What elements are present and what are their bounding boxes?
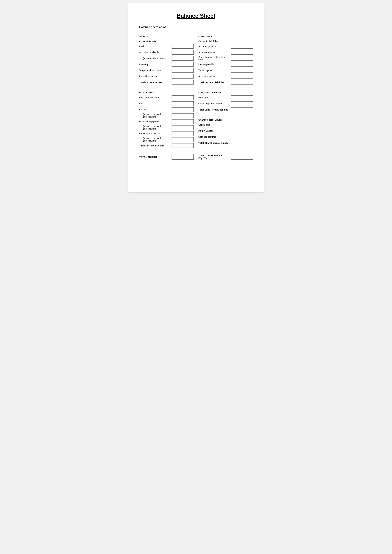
buildings-row: Buildings [139,107,194,112]
prepaid-expenses-label: Prepaid expenses [139,75,172,77]
other-longterm-row: Other long-term liabilities [198,101,253,106]
total-assets-label: TOTAL ASSETS [139,156,172,158]
page-title: Balance Sheet [139,13,253,19]
other-longterm-input[interactable] [231,101,253,106]
equity-header: Shareholders' Equity [198,118,253,121]
total-assets-row: TOTAL ASSETS [139,154,194,160]
furniture-fixtures-label: Furniture and fixtures [139,132,172,135]
current-portion-longterm-input[interactable] [231,56,253,61]
accounts-payable-row: Accounts payable [198,44,253,49]
temporary-investment-row: Temporary investment [139,68,194,73]
total-current-liabilities-input[interactable] [231,80,253,84]
assets-column: ASSETS Current Assets Cash Accounts rece… [139,35,197,149]
temporary-investment-input[interactable] [172,68,194,73]
inventory-row: Inventory [139,62,194,67]
inventory-input[interactable] [172,62,194,67]
subtitle: Balance sheet as of : [139,26,253,29]
taxes-payable-label: Taxes payable [198,69,231,72]
taxes-payable-input[interactable] [231,68,253,73]
total-current-assets-input[interactable] [172,80,194,84]
page: Balance Sheet Balance sheet as of : ASSE… [128,3,264,192]
plant-equipment-label: Plant and equipment [139,120,172,123]
land-label: Land [139,102,172,105]
less-doubtful-label: (less doubtful accounts) [139,57,172,60]
paid-in-capital-row: Paid in Capital [198,128,253,133]
taxes-payable-row: Taxes payable [198,68,253,73]
total-liabilities-equity-col: TOTAL LIABILITIES & EQUITY [197,154,253,160]
less-accum-dep-buildings-input[interactable] [172,113,194,118]
retained-earnings-input[interactable] [231,135,253,139]
buildings-label: Buildings [139,108,172,111]
less-accum-dep-furniture-input[interactable] [172,137,194,142]
longterm-investments-label: Long-term investments [139,96,172,99]
capital-stock-input[interactable] [231,123,253,127]
mortgage-input[interactable] [231,95,253,100]
grand-totals: TOTAL ASSETS TOTAL LIABILITIES & EQUITY [139,154,253,160]
longterm-investments-row: Long-term investments [139,95,194,100]
total-longterm-liabilities-input[interactable] [231,107,253,112]
capital-stock-row: Capital stock [198,122,253,127]
less-accum-dep-furniture-label: (less accumulated depreciation) [139,137,172,142]
capital-stock-label: Capital stock [198,124,231,126]
prepaid-expenses-row: Prepaid expenses [139,74,194,79]
paid-in-capital-label: Paid in Capital [198,130,231,132]
total-liabilities-equity-label: TOTAL LIABILITIES & EQUITY [198,154,231,159]
total-net-fixed-assets-label: Total Net Fixed Assets [139,144,172,147]
current-portion-longterm-row: Current portion of long-term notes [198,56,253,61]
less-accum-dep-buildings-label: (less accumulated depreciation) [139,113,172,118]
plant-equipment-row: Plant and equipment [139,119,194,124]
less-accum-dep-plant-row: (less accumulated depreciation) [139,125,194,130]
interest-payable-label: Interest payable [198,63,231,66]
land-input[interactable] [172,101,194,106]
temporary-investment-label: Temporary investment [139,69,172,72]
total-net-fixed-assets-row: Total Net Fixed Assets [139,143,194,148]
less-doubtful-input[interactable] [172,56,194,61]
retained-earnings-row: Retained earnings [198,134,253,139]
accrued-expenses-input[interactable] [231,74,253,78]
less-accum-dep-plant-label: (less accumulated depreciation) [139,125,172,130]
accrued-expenses-row: Accrued expenses [198,74,253,79]
cash-input[interactable] [172,44,194,48]
total-current-assets-row: Total Current Assets [139,80,194,85]
plant-equipment-input[interactable] [172,119,194,124]
less-accum-dep-plant-input[interactable] [172,125,194,130]
accounts-payable-label: Accounts payable [198,45,231,48]
total-equity-row: Total Shareholders' Equity [198,140,253,145]
other-longterm-label: Other long-term liabilities [198,102,231,105]
total-net-fixed-assets-input[interactable] [172,143,194,148]
total-assets-col: TOTAL ASSETS [139,154,197,160]
less-doubtful-row: (less doubtful accounts) [139,56,194,61]
total-current-liabilities-label: Total Current Liabilities [198,81,231,84]
assets-section-header: ASSETS [139,35,194,38]
total-assets-input[interactable] [172,154,194,159]
total-liabilities-equity-input[interactable] [231,154,253,159]
total-current-assets-label: Total Current Assets [139,81,172,84]
accounts-payable-input[interactable] [231,44,253,48]
cash-row: Cash [139,44,194,49]
inventory-label: Inventory [139,63,172,66]
longterm-investments-input[interactable] [172,95,194,100]
land-row: Land [139,101,194,106]
current-assets-header: Current Assets [139,40,194,42]
fixed-assets-header: Fixed Assets [139,91,194,94]
total-longterm-liabilities-label: Total Long-Term Liabilities [198,108,231,111]
liabilities-section-header: LIABILITIES [198,35,253,38]
mortgage-label: Mortgage [198,96,231,99]
accounts-receivable-input[interactable] [172,50,194,55]
interest-payable-input[interactable] [231,62,253,67]
short-term-notes-input[interactable] [231,50,253,55]
total-equity-input[interactable] [231,141,253,145]
short-term-notes-label: Short-term notes [198,51,231,54]
total-liabilities-equity-row: TOTAL LIABILITIES & EQUITY [198,154,253,160]
current-liabilities-header: Current Liabilities [198,40,253,42]
liabilities-column: LIABILITIES Current Liabilities Accounts… [197,35,253,149]
prepaid-expenses-input[interactable] [172,74,194,78]
buildings-input[interactable] [172,107,194,112]
accounts-receivable-label: Accounts receivable [139,51,172,54]
retained-earnings-label: Retained earnings [198,136,231,138]
interest-payable-row: Interest payable [198,62,253,67]
total-longterm-liabilities-row: Total Long-Term Liabilities [198,107,253,112]
total-equity-label: Total Shareholders' Equity [198,142,231,144]
furniture-fixtures-input[interactable] [172,131,194,136]
paid-in-capital-input[interactable] [231,129,253,133]
